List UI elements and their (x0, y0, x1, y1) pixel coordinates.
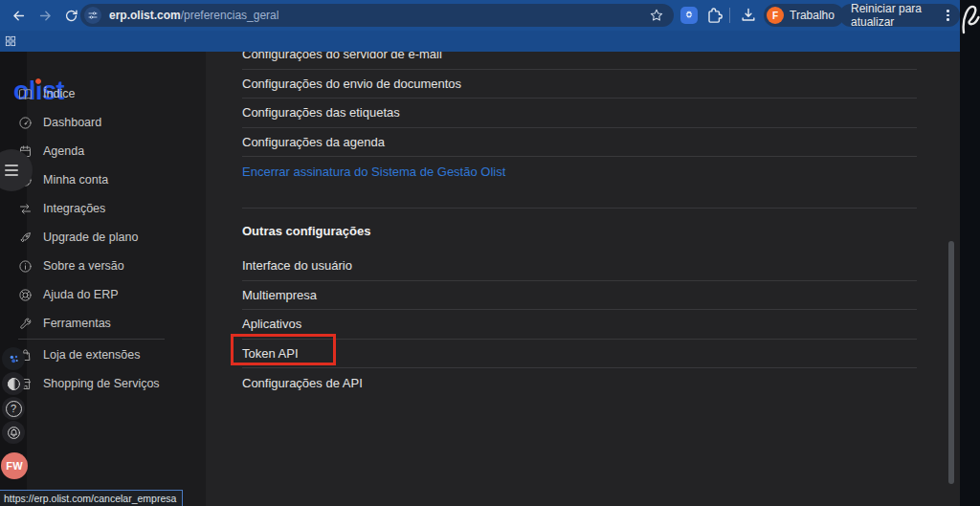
back-icon[interactable] (6, 3, 31, 28)
bookmarks-bar (0, 31, 960, 52)
question-icon: ? (6, 401, 22, 417)
sidebar-item-shopping-de-servicos[interactable]: Shopping de Serviços (18, 369, 160, 398)
other-settings-list: Interface do usuário Multiempresa Aplica… (242, 252, 917, 398)
list-item-label: Configurações do envio de documentos (242, 77, 461, 91)
sidebar-item-label: Sobre a versão (43, 259, 124, 273)
list-item[interactable]: Aplicativos (242, 310, 917, 340)
settings-list: Configurações do servidor de e-mail Conf… (242, 40, 917, 187)
sidebar-item-indice[interactable]: Índice (18, 79, 138, 108)
sidebar-item-ajuda-do-erp[interactable]: Ajuda do ERP (18, 280, 138, 309)
url-path: /preferencias_geral (181, 9, 279, 22)
profile-avatar: F (767, 7, 784, 24)
restart-to-update-button[interactable]: Reiniciar para atualizar (839, 4, 960, 27)
sidebar-divider (18, 339, 165, 340)
sidebar-menu: Índice Dashboard Agenda Minha conta Inte… (18, 79, 138, 338)
pinned-extension-icon[interactable] (680, 7, 698, 24)
list-item[interactable]: Configurações das etiquetas (242, 99, 917, 128)
main-content: Configurações do servidor de e-mail Conf… (206, 52, 960, 506)
sidebar-item-minha-conta[interactable]: Minha conta (18, 165, 138, 194)
list-item-label: Configurações de API (242, 376, 363, 390)
list-item[interactable]: Multiempresa (242, 281, 917, 311)
sidebar-item-agenda[interactable]: Agenda (18, 137, 138, 165)
sidebar-item-loja-de-extensoes[interactable]: Loja de extensões (18, 341, 160, 369)
browser-window: erp.olist.com/preferencias_geral F Traba… (0, 0, 960, 506)
list-item[interactable]: Configurações da agenda (242, 128, 917, 158)
url-host: erp.olist.com (109, 9, 181, 22)
lifebuoy-icon (18, 288, 33, 302)
contrast-toggle-icon[interactable] (2, 372, 25, 395)
list-item[interactable]: Configurações de API (242, 368, 917, 398)
list-item-label: Aplicativos (242, 317, 301, 331)
list-item-label: Configurações da agenda (242, 135, 385, 149)
vertical-scrollbar[interactable] (948, 241, 954, 484)
profile-label: Trabalho (790, 9, 835, 22)
wrench-icon (18, 317, 33, 331)
sidebar-item-label: Agenda (43, 144, 84, 158)
forward-icon[interactable] (33, 3, 57, 28)
extension-widget-icon[interactable] (2, 347, 25, 370)
toolbar-divider (729, 8, 730, 23)
site-settings-icon[interactable] (84, 7, 101, 24)
browser-toolbar: erp.olist.com/preferencias_geral F Traba… (0, 0, 960, 31)
sidebar-item-label: Ajuda do ERP (43, 288, 119, 301)
sidebar-item-label: Índice (43, 87, 75, 100)
notifications-bell-icon[interactable] (2, 421, 25, 444)
sidebar-item-ferramentas[interactable]: Ferramentas (18, 309, 138, 338)
sidebar-item-label: Integrações (43, 202, 105, 215)
help-button[interactable]: ? (2, 397, 25, 420)
annotation-squiggle-icon (961, 2, 980, 42)
extensions-puzzle-icon[interactable] (704, 6, 724, 25)
sidebar-item-integracoes[interactable]: Integrações (18, 194, 138, 223)
status-bar-link-preview: https://erp.olist.com/cancelar_empresa (0, 490, 183, 506)
link-label: Encerrar assinatura do Sistema de Gestão… (242, 165, 505, 179)
url-text: erp.olist.com/preferencias_geral (109, 4, 278, 27)
sidebar-item-upgrade-de-plano[interactable]: Upgrade de plano (18, 223, 138, 252)
section-divider (242, 208, 917, 209)
apps-grid-icon[interactable] (4, 34, 17, 48)
arrows-icon (18, 202, 33, 216)
info-icon (18, 259, 33, 274)
sidebar-item-label: Ferramentas (43, 317, 111, 330)
section-title: Outras configurações (242, 224, 370, 238)
screenshot-stage: erp.olist.com/preferencias_geral F Traba… (0, 0, 980, 506)
sidebar-item-sobre-a-versao[interactable]: Sobre a versão (18, 252, 138, 280)
list-item-token-api[interactable]: Token API (242, 340, 917, 369)
rocket-icon (18, 231, 33, 245)
cancel-subscription-link[interactable]: Encerrar assinatura do Sistema de Gestão… (242, 157, 917, 187)
restart-label: Reiniciar para atualizar (851, 2, 938, 29)
sidebar-item-label: Minha conta (43, 173, 108, 187)
sidebar-item-label: Upgrade de plano (43, 231, 138, 244)
sidebar-item-label: Loja de extensões (43, 348, 140, 362)
list-item-label: Interface do usuário (242, 258, 352, 273)
sidebar-item-label: Shopping de Serviços (43, 377, 160, 390)
desktop-strip (960, 0, 980, 506)
bookmark-star-icon[interactable] (649, 8, 664, 23)
user-avatar[interactable]: FW (1, 452, 28, 479)
list-item-label: Multiempresa (242, 288, 317, 302)
book-icon (18, 87, 33, 101)
dashboard-icon (18, 116, 33, 130)
kebab-menu-icon[interactable] (944, 8, 952, 23)
list-item-label: Token API (242, 346, 299, 361)
sidebar-extras: Loja de extensões Shopping de Serviços (18, 341, 160, 398)
sidebar-item-label: Dashboard (43, 116, 101, 129)
downloads-icon[interactable] (739, 6, 758, 25)
profile-button[interactable]: F Trabalho (764, 4, 844, 27)
list-item-label: Configurações das etiquetas (242, 105, 400, 120)
address-bar[interactable]: erp.olist.com/preferencias_geral (80, 4, 674, 27)
sidebar-item-dashboard[interactable]: Dashboard (18, 108, 138, 137)
list-item[interactable]: Interface do usuário (242, 252, 917, 281)
list-item[interactable]: Configurações do envio de documentos (242, 70, 917, 99)
